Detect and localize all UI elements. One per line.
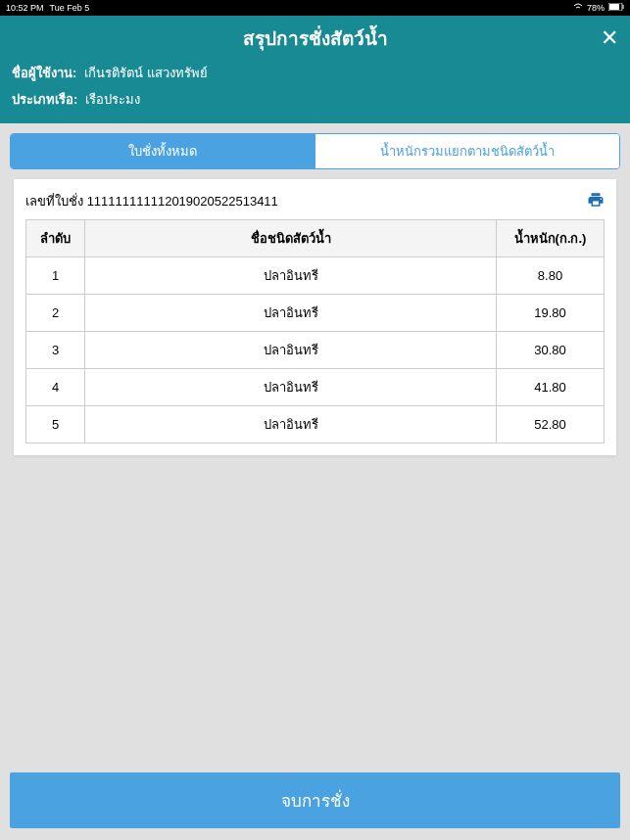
status-date: Tue Feb 5 — [50, 3, 90, 13]
header: สรุปการชั่งสัตว์น้ำ ✕ ชื่อผู้ใช้งาน: เกี… — [0, 16, 630, 123]
boat-type: เรือประมง — [85, 89, 140, 110]
th-weight: น้ำหนัก(ก.ก.) — [497, 220, 605, 257]
close-icon[interactable]: ✕ — [601, 25, 618, 51]
tab-all-receipts[interactable]: ใบชั่งทั้งหมด — [11, 134, 315, 168]
cell-species: ปลาอินทรี — [85, 406, 497, 443]
svg-rect-2 — [623, 5, 624, 9]
user-label: ชื่อผู้ใช้งาน: — [12, 63, 76, 83]
table-row: 1ปลาอินทรี8.80 — [26, 257, 605, 295]
cell-seq: 2 — [26, 295, 85, 332]
print-icon[interactable] — [587, 191, 605, 211]
table-row: 2ปลาอินทรี19.80 — [26, 295, 605, 332]
battery-icon — [608, 3, 624, 13]
cell-weight: 19.80 — [497, 295, 605, 332]
receipt-number: 111111111112019020522513411 — [87, 194, 278, 209]
th-species: ชื่อชนิดสัตว์น้ำ — [85, 220, 497, 257]
cell-seq: 5 — [26, 406, 85, 443]
cell-weight: 52.80 — [497, 406, 605, 443]
receipt-card: เลขที่ใบชั่ง 111111111112019020522513411… — [14, 179, 616, 455]
status-battery: 78% — [587, 3, 605, 13]
cell-species: ปลาอินทรี — [85, 332, 497, 369]
cell-species: ปลาอินทรี — [85, 369, 497, 406]
cell-species: ปลาอินทรี — [85, 257, 497, 295]
receipt-label: เลขที่ใบชั่ง — [25, 194, 83, 209]
finish-button[interactable]: จบการชั่ง — [10, 772, 620, 828]
cell-weight: 30.80 — [497, 332, 605, 369]
weight-table: ลำดับ ชื่อชนิดสัตว์น้ำ น้ำหนัก(ก.ก.) 1ปล… — [25, 219, 605, 443]
user-name: เกีนรติรัตน์ แสวงทรัพย์ — [84, 63, 208, 83]
table-row: 4ปลาอินทรี41.80 — [26, 369, 605, 406]
wifi-icon — [573, 3, 583, 13]
cell-weight: 8.80 — [497, 257, 605, 295]
cell-seq: 4 — [26, 369, 85, 406]
status-time: 10:52 PM — [6, 3, 44, 13]
cell-species: ปลาอินทรี — [85, 295, 497, 332]
status-bar: 10:52 PM Tue Feb 5 78% — [0, 0, 630, 16]
cell-seq: 1 — [26, 257, 85, 295]
cell-weight: 41.80 — [497, 369, 605, 406]
th-seq: ลำดับ — [26, 220, 85, 257]
svg-rect-1 — [609, 4, 619, 10]
tabs: ใบชั่งทั้งหมด น้ำหนักรวมแยกตามชนิดสัตว์น… — [10, 133, 620, 169]
tab-weight-by-species[interactable]: น้ำหนักรวมแยกตามชนิดสัตว์น้ำ — [315, 134, 620, 168]
page-title: สรุปการชั่งสัตว์น้ำ — [12, 23, 618, 53]
cell-seq: 3 — [26, 332, 85, 369]
table-row: 5ปลาอินทรี52.80 — [26, 406, 605, 443]
boat-type-label: ประเภทเรือ: — [12, 89, 77, 110]
table-row: 3ปลาอินทรี30.80 — [26, 332, 605, 369]
